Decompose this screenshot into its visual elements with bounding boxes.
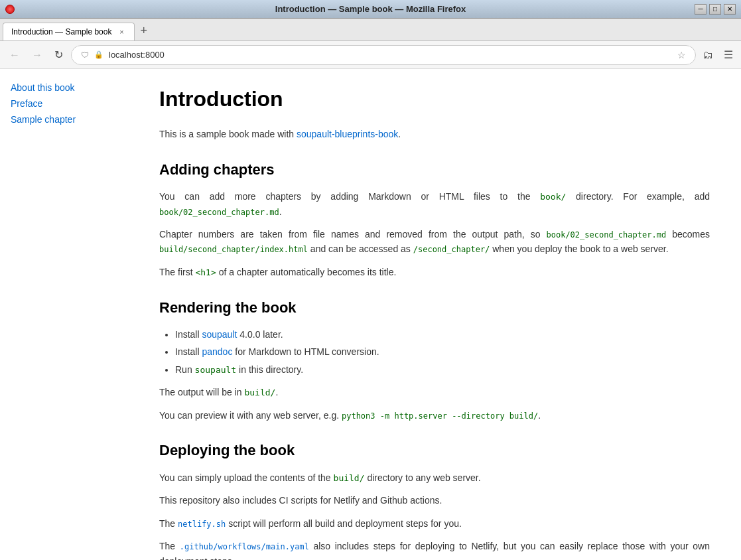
h1-tag-code: <h1> (195, 267, 216, 277)
nav-right-icons: 🗂 ☰ (700, 46, 736, 64)
second-chapter-code: book/02_second_chapter.md (159, 208, 279, 217)
intro-paragraph: This is a sample book made with soupault… (159, 127, 710, 141)
tab-close-button[interactable]: × (117, 27, 126, 36)
adding-chapters-heading: Adding chapters (159, 158, 710, 181)
output-paragraph: The output will be in build/. (159, 385, 710, 400)
deploy-p4: The .github/workflows/main.yaml also inc… (159, 539, 710, 560)
web-path-code: /second_chapter/ (413, 245, 490, 254)
maximize-button[interactable]: □ (709, 4, 721, 15)
minimize-button[interactable]: ─ (695, 4, 707, 15)
adding-chapters-p1: You can add more chapters by adding Mark… (159, 189, 710, 219)
soupault-blueprints-link[interactable]: soupault-blueprints-book (297, 129, 398, 139)
sidebar-link-preface[interactable]: Preface (11, 98, 135, 109)
tab-label: Introduction — Sample book (11, 27, 111, 36)
sidebar-link-about[interactable]: About this book (11, 82, 135, 93)
build-dir-code: build/ (244, 387, 275, 397)
close-window-button[interactable] (5, 5, 15, 14)
deploy-p3: The netlify.sh script will perform all b… (159, 516, 710, 531)
pandoc-link[interactable]: pandoc (202, 346, 232, 357)
active-tab[interactable]: Introduction — Sample book × (3, 23, 135, 40)
pocket-button[interactable]: 🗂 (700, 46, 716, 64)
intro-text-after: . (398, 129, 401, 139)
build-upload-code: build/ (334, 473, 365, 483)
close-button[interactable]: ✕ (724, 4, 736, 15)
lock-icon: 🔒 (94, 50, 103, 59)
browser-content: About this book Preface Sample chapter I… (0, 69, 741, 560)
address-bar[interactable]: 🛡 🔒 localhost:8000 ☆ (71, 45, 696, 65)
menu-button[interactable]: ☰ (721, 46, 736, 64)
python-server-code: python3 -m http.server --directory build… (342, 411, 538, 421)
deploy-p2: This repository also includes CI scripts… (159, 493, 710, 508)
title-bar: Introduction — Sample book — Mozilla Fir… (0, 0, 741, 19)
rendering-list: Install soupault 4.0.0 later. Install pa… (175, 327, 710, 378)
back-button[interactable]: ← (5, 46, 24, 64)
main-content: Introduction This is a sample book made … (146, 69, 730, 560)
tab-bar: Introduction — Sample book × + (0, 19, 741, 41)
adding-chapters-p3: The first <h1> of a chapter automaticall… (159, 265, 710, 280)
intro-text-before: This is a sample book made with (159, 129, 297, 139)
preview-paragraph: You can preview it with any web server, … (159, 408, 710, 423)
shield-icon: 🛡 (81, 50, 89, 60)
deploying-heading: Deploying the book (159, 439, 710, 462)
sidebar: About this book Preface Sample chapter (0, 69, 146, 560)
adding-chapters-p2: Chapter numbers are taken from file name… (159, 227, 710, 257)
bookmark-icon[interactable]: ☆ (677, 50, 686, 60)
netlify-script-link[interactable]: netlify.sh (178, 520, 226, 529)
forward-button[interactable]: → (28, 46, 46, 64)
rendering-heading: Rendering the book (159, 296, 710, 319)
build-path-code: build/second_chapter/index.html (159, 245, 308, 254)
nav-bar: ← → ↻ 🛡 🔒 localhost:8000 ☆ 🗂 ☰ (0, 41, 741, 69)
soupault-link[interactable]: soupault (202, 329, 237, 340)
url-text: localhost:8000 (109, 50, 672, 60)
title-bar-title: Introduction — Sample book — Mozilla Fir… (275, 4, 466, 14)
new-tab-button[interactable]: + (135, 24, 153, 38)
title-bar-right: ─ □ ✕ (695, 4, 736, 15)
book-dir-code: book/ (540, 192, 566, 202)
run-soupault-code: soupault (195, 365, 237, 375)
deploy-p1: You can simply upload the contents of th… (159, 470, 710, 486)
source-path-code: book/02_second_chapter.md (547, 230, 667, 240)
list-item-soupault: Install soupault 4.0.0 later. (175, 327, 710, 342)
title-bar-left (5, 5, 15, 14)
page-title: Introduction (159, 82, 710, 116)
list-item-run: Run soupault in this directory. (175, 362, 710, 378)
sidebar-link-sample[interactable]: Sample chapter (11, 114, 135, 125)
list-item-pandoc: Install pandoc for Markdown to HTML conv… (175, 344, 710, 359)
reload-button[interactable]: ↻ (50, 46, 67, 64)
github-workflow-link[interactable]: .github/workflows/main.yaml (180, 542, 309, 551)
